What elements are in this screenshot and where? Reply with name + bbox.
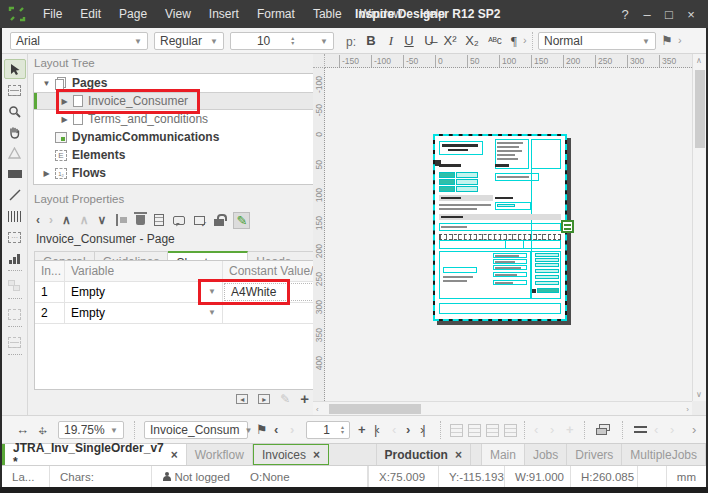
- continuous-view-icon[interactable]: [486, 424, 499, 437]
- edit-pencil-icon[interactable]: ✎: [233, 212, 250, 229]
- overflow-chevron-icon[interactable]: ›: [678, 34, 682, 46]
- minimize-button[interactable]: –: [636, 7, 658, 22]
- forward-button[interactable]: ›: [49, 213, 53, 227]
- strikethrough-button[interactable]: U̶: [420, 32, 438, 50]
- zoom-tool[interactable]: [4, 101, 26, 121]
- maximize-button[interactable]: □: [658, 7, 680, 22]
- expand-arrow-icon[interactable]: ▶: [60, 97, 69, 106]
- menu-format[interactable]: Format: [248, 0, 304, 28]
- menu-view[interactable]: View: [156, 0, 200, 28]
- flag-icon[interactable]: ⚑: [256, 422, 268, 438]
- next-item-icon[interactable]: ›: [670, 422, 674, 438]
- horizontal-scrollbar[interactable]: ‹ ›: [313, 401, 692, 415]
- h-scroll-thumb[interactable]: [329, 404, 421, 414]
- rectangle-tool[interactable]: [4, 164, 26, 184]
- v-scroll-thumb[interactable]: [695, 70, 705, 148]
- tree-item-flows[interactable]: ▶ 1₂ Flows: [34, 164, 332, 182]
- text-frame-tool[interactable]: [4, 80, 26, 100]
- polygon-tool[interactable]: [4, 143, 26, 163]
- underline-button[interactable]: U: [401, 32, 417, 50]
- status-login[interactable]: Not logged: [152, 466, 240, 487]
- comment-icon[interactable]: [173, 216, 185, 225]
- edit-row-icon[interactable]: ✎: [280, 392, 290, 406]
- move-up-alt-button[interactable]: ∧: [80, 213, 89, 227]
- tab-workflow[interactable]: Workflow: [187, 444, 253, 465]
- prev-error-icon[interactable]: ‹: [534, 422, 538, 438]
- tab-production[interactable]: Production ×: [376, 444, 471, 465]
- list-view-icon[interactable]: [634, 426, 647, 434]
- group-tool[interactable]: [4, 276, 26, 296]
- validate-icon[interactable]: [194, 216, 205, 225]
- import-icon[interactable]: ◂: [236, 394, 248, 404]
- area-tool[interactable]: [4, 304, 26, 324]
- menu-insert[interactable]: Insert: [200, 0, 248, 28]
- tree-item-terms-and-conditions[interactable]: ▶ Terms_and_conditions: [34, 110, 332, 128]
- back-button[interactable]: ‹: [36, 213, 40, 227]
- next-page-icon[interactable]: ›: [406, 422, 410, 438]
- tab-invoices[interactable]: Invoices ×: [253, 444, 329, 465]
- scroll-down-icon[interactable]: ∨: [696, 390, 702, 399]
- prev-item-icon[interactable]: ‹: [654, 422, 658, 438]
- thumbnail-view-icon[interactable]: [504, 424, 517, 437]
- tree-item-dynamic-communications[interactable]: DynamicCommunications: [34, 128, 332, 146]
- status-unit[interactable]: mm: [666, 466, 706, 487]
- scroll-left-icon[interactable]: ‹: [316, 405, 319, 414]
- next-error-icon[interactable]: ›: [550, 422, 554, 438]
- line-tool[interactable]: [4, 185, 26, 205]
- move-down-button[interactable]: ∨: [98, 213, 107, 227]
- export-icon[interactable]: ▸: [258, 394, 270, 404]
- select-tool[interactable]: [4, 59, 26, 79]
- add-page-icon[interactable]: +: [358, 422, 366, 438]
- vertical-scrollbar[interactable]: ∧ ∨: [692, 54, 706, 401]
- tab-jobs[interactable]: Jobs: [525, 444, 567, 465]
- subscript-button[interactable]: X₂: [462, 32, 482, 50]
- font-family-select[interactable]: Arial▼: [10, 32, 148, 50]
- document-properties-icon[interactable]: [154, 214, 164, 226]
- overflow-chevron-icon[interactable]: ›: [692, 422, 696, 438]
- variable-select[interactable]: Empty▼: [65, 282, 223, 302]
- variable-select[interactable]: Empty▼: [65, 303, 223, 323]
- expand-arrow-icon[interactable]: ▶: [60, 115, 69, 124]
- page-number-stepper[interactable]: ▴▾: [341, 425, 344, 435]
- menu-table[interactable]: Table: [304, 0, 351, 28]
- flag-icon[interactable]: ⚑: [660, 32, 674, 50]
- next-icon[interactable]: ›: [290, 422, 294, 438]
- insert-icon[interactable]: [115, 214, 127, 226]
- unlock-icon[interactable]: [214, 219, 224, 226]
- pan-hand-tool[interactable]: [4, 122, 26, 142]
- page-selector[interactable]: Invoice_Consum▼: [144, 421, 248, 439]
- scroll-up-icon[interactable]: ∧: [696, 56, 702, 65]
- first-page-icon[interactable]: |‹: [374, 422, 378, 438]
- menu-edit[interactable]: Edit: [71, 0, 110, 28]
- chart-tool[interactable]: [4, 248, 26, 268]
- menu-file[interactable]: File: [34, 0, 71, 28]
- tab-jtra-inv-singleorder[interactable]: JTRA_Inv_SingleOrder_v7 * ×: [2, 444, 187, 465]
- fit-page-icon[interactable]: ↔↕: [36, 422, 49, 438]
- tab-multiplejobs[interactable]: MultipleJobs: [622, 444, 706, 465]
- previous-page-icon[interactable]: ‹: [392, 422, 396, 438]
- tree-item-invoice-consumer[interactable]: ▶ Invoice_Consumer: [34, 92, 332, 110]
- placeholder-tool[interactable]: ⋯: [4, 227, 26, 247]
- tree-item-pages[interactable]: ▼ Pages: [34, 74, 332, 92]
- flow-handle-icon[interactable]: [561, 220, 574, 233]
- close-button[interactable]: ×: [680, 7, 702, 22]
- zoom-level-select[interactable]: 19.75%▼: [58, 421, 124, 439]
- expand-arrow-icon[interactable]: ▶: [42, 169, 51, 178]
- bold-button[interactable]: B: [362, 32, 380, 50]
- fit-width-icon[interactable]: ↔: [16, 422, 29, 438]
- tree-item-elements[interactable]: E Elements: [34, 146, 332, 164]
- prev-icon[interactable]: ‹: [274, 422, 278, 438]
- page-preview[interactable]: [433, 134, 567, 321]
- collapse-arrow-icon[interactable]: ▼: [42, 79, 51, 88]
- delete-icon[interactable]: [136, 215, 145, 225]
- close-tab-icon[interactable]: ×: [455, 448, 462, 462]
- page-number-input[interactable]: 1 ▴▾: [306, 421, 350, 439]
- pilcrow-button[interactable]: ¶: [507, 32, 521, 50]
- overflow-chevron-icon[interactable]: ›: [523, 34, 527, 46]
- add-icon[interactable]: +: [566, 422, 574, 438]
- smallcaps-button[interactable]: ᴬᴮᴄ: [484, 32, 506, 50]
- canvas-viewport[interactable]: [325, 68, 692, 401]
- paragraph-style-select[interactable]: Normal▼: [538, 32, 656, 50]
- close-tab-icon[interactable]: ×: [313, 448, 320, 462]
- last-page-icon[interactable]: ›|: [420, 422, 424, 438]
